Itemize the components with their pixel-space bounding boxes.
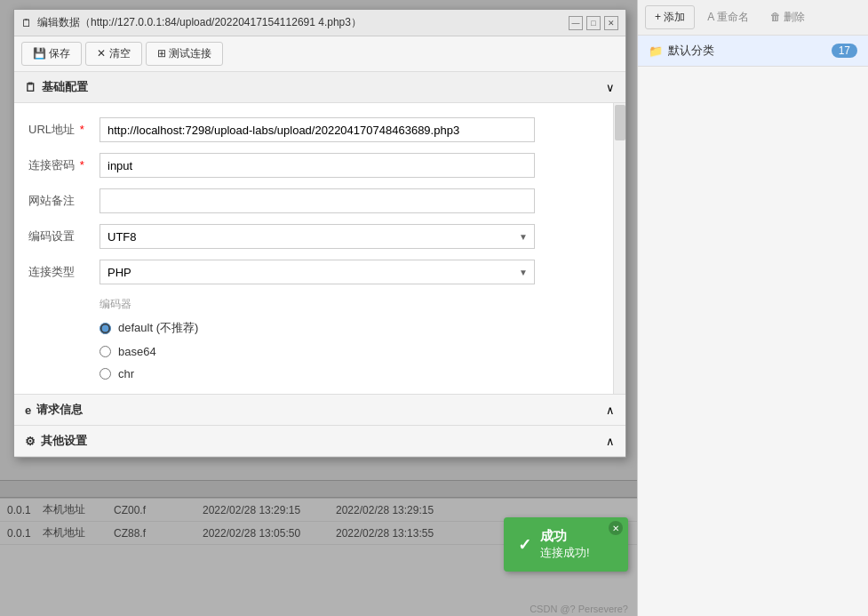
dialog-icon: 🗒 — [21, 17, 32, 29]
conntype-row: 连接类型 PHP ASP ASPX JSP ▼ — [14, 254, 625, 290]
scrollbar-thumb[interactable] — [615, 105, 625, 140]
rename-button[interactable]: A 重命名 — [698, 6, 758, 28]
toast-text: 成功 连接成功! — [540, 528, 590, 561]
encoder-chr-label: chr — [118, 367, 134, 380]
other-settings-title: ⚙ 其他设置 — [25, 433, 87, 449]
encoder-chr-radio[interactable] — [100, 368, 111, 380]
request-collapse-icon: ∧ — [606, 404, 615, 417]
password-row: 连接密码 * — [14, 148, 625, 183]
basic-config-section-header[interactable]: 🗒 基础配置 ∨ — [14, 72, 625, 103]
password-input[interactable] — [100, 153, 535, 178]
category-badge: 17 — [832, 44, 857, 58]
encoding-label: 编码设置 — [28, 228, 100, 244]
url-row: URL地址 * — [14, 112, 625, 148]
encoder-default-radio[interactable] — [100, 323, 111, 334]
encoding-select[interactable]: UTF8 GBK GB2312 — [100, 224, 535, 249]
dialog-toolbar: 💾 保存 ✕ 清空 ⊞ 测试连接 — [14, 36, 625, 72]
maximize-button[interactable]: □ — [586, 16, 601, 30]
folder-icon: 📁 — [649, 44, 663, 58]
request-icon: e — [25, 404, 31, 417]
other-settings-section[interactable]: ⚙ 其他设置 ∧ — [14, 426, 625, 457]
url-label: URL地址 * — [28, 122, 100, 138]
url-input[interactable] — [100, 117, 535, 142]
encoder-default-label: default (不推荐) — [118, 320, 198, 336]
toast-message: 连接成功! — [540, 545, 590, 561]
close-button[interactable]: ✕ — [604, 16, 618, 30]
encoder-label: 编码器 — [14, 290, 625, 316]
encoder-base64-label: base64 — [118, 345, 156, 358]
collapse-icon: ∨ — [606, 81, 615, 94]
config-icon: 🗒 — [25, 81, 36, 94]
request-info-section[interactable]: e 请求信息 ∧ — [14, 395, 625, 426]
conntype-select-wrapper: PHP ASP ASPX JSP ▼ — [100, 260, 535, 284]
clear-button[interactable]: ✕ 清空 — [85, 42, 141, 66]
encoding-select-wrapper: UTF8 GBK GB2312 ▼ — [100, 224, 535, 249]
dialog-title-area: 🗒 编辑数据（http://127.0.0.1:84/upload/202204… — [21, 15, 362, 30]
conntype-select[interactable]: PHP ASP ASPX JSP — [100, 260, 535, 284]
scrollbar[interactable] — [613, 103, 625, 394]
category-label: 📁 默认分类 — [649, 43, 714, 59]
dialog-titlebar: 🗒 编辑数据（http://127.0.0.1:84/upload/202204… — [14, 10, 625, 36]
note-row: 网站备注 — [14, 183, 625, 219]
encoder-default-row: default (不推荐) — [14, 316, 625, 340]
note-label: 网站备注 — [28, 193, 100, 209]
right-panel-toolbar: + 添加 A 重命名 🗑 删除 — [638, 0, 868, 36]
encoder-base64-radio[interactable] — [100, 346, 111, 357]
toast-title: 成功 — [540, 528, 590, 545]
check-icon: ✓ — [518, 535, 531, 555]
encoder-base64-row: base64 — [14, 340, 625, 363]
minimize-button[interactable]: — — [569, 16, 583, 30]
request-info-title: e 请求信息 — [25, 402, 83, 418]
basic-config-title: 🗒 基础配置 — [25, 79, 88, 95]
settings-icon: ⚙ — [25, 435, 36, 448]
note-input[interactable] — [100, 188, 535, 213]
basic-config-body: URL地址 * 连接密码 * 网站备注 — [14, 103, 625, 395]
test-connection-button[interactable]: ⊞ 测试连接 — [146, 42, 223, 66]
delete-button[interactable]: 🗑 删除 — [761, 6, 814, 28]
success-toast: ✓ 成功 连接成功! ✕ — [504, 517, 628, 572]
save-button[interactable]: 💾 保存 — [21, 42, 82, 66]
window-controls: — □ ✕ — [569, 16, 618, 30]
other-collapse-icon: ∧ — [606, 435, 615, 448]
dialog-title: 编辑数据（http://127.0.0.1:84/upload/20220417… — [37, 15, 362, 30]
dialog-content: 🗒 基础配置 ∨ URL地址 * — [14, 72, 625, 457]
footer-text: CSDN @? Persevere? — [530, 604, 628, 614]
toast-close-button[interactable]: ✕ — [609, 521, 623, 535]
password-label: 连接密码 * — [28, 157, 100, 173]
conntype-label: 连接类型 — [28, 264, 100, 280]
category-item[interactable]: 📁 默认分类 17 — [638, 36, 868, 67]
right-panel: + 添加 A 重命名 🗑 删除 📁 默认分类 17 — [637, 0, 868, 616]
add-button[interactable]: + 添加 — [645, 5, 695, 29]
encoding-row: 编码设置 UTF8 GBK GB2312 ▼ — [14, 219, 625, 254]
category-name: 默认分类 — [668, 43, 714, 59]
encoder-chr-row: chr — [14, 363, 625, 385]
edit-dialog: 🗒 编辑数据（http://127.0.0.1:84/upload/202204… — [13, 9, 626, 458]
required-star-2: * — [80, 158, 84, 172]
required-star: * — [80, 123, 84, 136]
